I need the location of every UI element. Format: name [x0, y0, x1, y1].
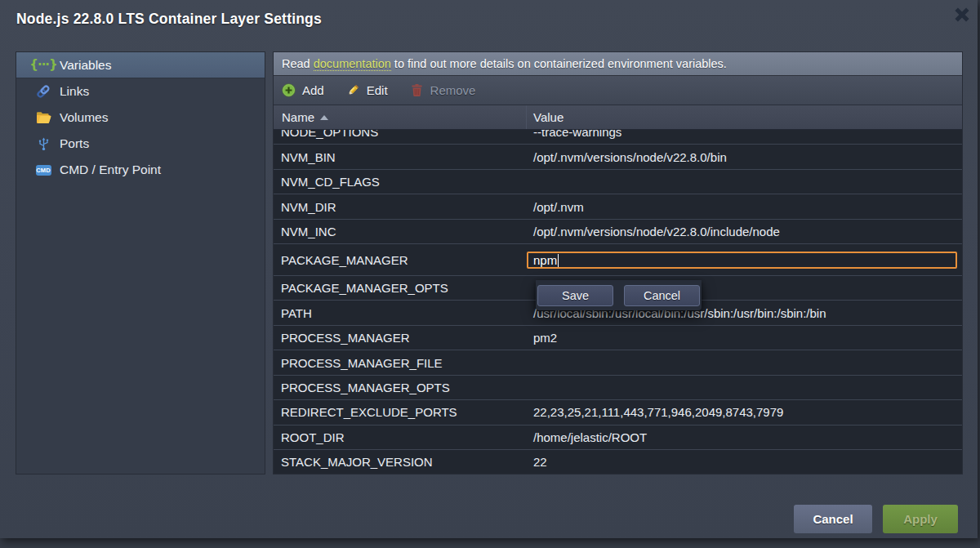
sidebar-item-volumes[interactable]: Volumes — [16, 105, 265, 131]
edit-button[interactable]: Edit — [346, 83, 388, 97]
row-name-cell: NVM_DIR — [274, 194, 527, 218]
toolbar-button-label: Add — [302, 83, 324, 97]
remove-button[interactable]: Remove — [410, 83, 476, 97]
sidebar-item-label: Links — [60, 84, 89, 99]
row-name-cell: NVM_CD_FLAGS — [274, 170, 527, 194]
sidebar-item-links[interactable]: Links — [16, 78, 265, 105]
sidebar-item-variables[interactable]: {···}Variables — [16, 52, 265, 78]
info-bar: Read documentation to find out more deta… — [274, 52, 962, 76]
variables-toolbar: AddEditRemove — [274, 76, 962, 105]
dialog-apply-button[interactable]: Apply — [883, 505, 958, 533]
table-row-nvm-cd-flags[interactable]: NVM_CD_FLAGS — [274, 170, 962, 194]
row-name-cell: REDIRECT_EXCLUDE_PORTS — [274, 400, 527, 424]
edit-icon — [346, 83, 360, 97]
row-value-cell: 22,23,25,21,111,443,771,946,2049,8743,79… — [527, 400, 962, 424]
row-name-cell: PROCESS_MANAGER_OPTS — [274, 376, 527, 399]
editor-popup: Save Cancel — [536, 280, 702, 310]
row-value-cell: /home/jelastic/ROOT — [527, 425, 962, 449]
cancel-edit-button[interactable]: Cancel — [624, 285, 700, 306]
column-header-value[interactable]: Value — [527, 105, 962, 129]
info-text-suffix: to find out more details on containerize… — [391, 57, 727, 70]
row-value-cell: /opt/.nvm/versions/node/v22.8.0/include/… — [527, 220, 962, 243]
sidebar-item-label: CMD / Entry Point — [60, 163, 161, 177]
table-row-package-manager[interactable]: PACKAGE_MANAGERnpm — [274, 244, 962, 276]
table-row-redirect-exclude-ports[interactable]: REDIRECT_EXCLUDE_PORTS22,23,25,21,111,44… — [274, 400, 962, 425]
usb-icon — [38, 137, 50, 151]
folder-icon — [36, 111, 51, 124]
row-name-cell: PATH — [274, 301, 527, 324]
table-row-nvm-bin[interactable]: NVM_BIN/opt/.nvm/versions/node/v22.8.0/b… — [274, 145, 962, 169]
variables-panel: Read documentation to find out more deta… — [273, 51, 963, 474]
table-header: NameValue — [274, 105, 962, 130]
row-value-cell — [527, 350, 962, 374]
row-value-cell: pm2 — [527, 326, 962, 350]
row-name-cell: NODE_OPTIONS — [274, 130, 527, 144]
sidebar-item-ports[interactable]: Ports — [16, 131, 265, 157]
remove-icon — [411, 83, 423, 97]
sort-ascending-icon — [320, 115, 328, 120]
row-value-cell: /opt/.nvm/versions/node/v22.8.0/bin — [527, 145, 962, 168]
row-name-cell: PROCESS_MANAGER — [274, 326, 527, 350]
toolbar-button-label: Remove — [430, 83, 476, 97]
column-header-label: Name — [282, 110, 314, 124]
table-row-process-manager-file[interactable]: PROCESS_MANAGER_FILE — [274, 350, 962, 375]
row-name-cell: PACKAGE_MANAGER — [274, 244, 527, 275]
sidebar-item-cmd-entry-point[interactable]: CMDCMD / Entry Point — [16, 157, 265, 183]
add-icon — [282, 83, 296, 97]
info-text-prefix: Read — [282, 57, 314, 70]
table-row-process-manager[interactable]: PROCESS_MANAGERpm2 — [274, 326, 962, 350]
row-name-cell: PACKAGE_MANAGER_OPTS — [274, 276, 527, 300]
column-header-label: Value — [533, 110, 564, 124]
row-name-cell: NVM_INC — [274, 220, 527, 243]
row-name-cell: NVM_BIN — [274, 145, 527, 168]
cmd-icon: CMD — [36, 165, 51, 176]
sidebar-item-label: Variables — [60, 58, 111, 73]
row-value-cell: /opt/.nvm — [527, 194, 962, 218]
row-value-cell: 22 — [527, 450, 962, 474]
link-icon — [36, 84, 51, 99]
value-edit-input[interactable]: npm — [527, 252, 957, 269]
row-name-cell: STACK_MAJOR_VERSION — [274, 450, 527, 474]
toolbar-button-label: Edit — [367, 83, 388, 97]
save-button[interactable]: Save — [537, 285, 613, 306]
table-row-nvm-dir[interactable]: NVM_DIR/opt/.nvm — [274, 194, 962, 219]
dialog-title: Node.js 22.8.0 LTS Container Layer Setti… — [16, 11, 322, 28]
sidebar-item-label: Ports — [60, 136, 89, 151]
variables-icon: {···} — [29, 57, 56, 72]
sidebar-item-label: Volumes — [60, 110, 108, 125]
table-row-process-manager-opts[interactable]: PROCESS_MANAGER_OPTS — [274, 376, 962, 400]
row-value-cell: --trace-warnings — [527, 130, 962, 144]
text-caret — [558, 254, 559, 267]
row-value-cell — [527, 170, 962, 194]
row-value-cell — [527, 376, 962, 399]
value-edit-text: npm — [533, 253, 557, 267]
add-button[interactable]: Add — [282, 83, 324, 97]
row-name-cell: PROCESS_MANAGER_FILE — [274, 350, 527, 374]
row-name-cell: ROOT_DIR — [274, 425, 527, 449]
table-row-stack-major-version[interactable]: STACK_MAJOR_VERSION22 — [274, 450, 962, 474]
close-icon[interactable] — [952, 5, 972, 25]
documentation-link[interactable]: documentation — [314, 57, 391, 71]
row-value-cell: npm — [527, 244, 962, 275]
settings-sidebar: {···}VariablesLinksVolumesPortsCMDCMD / … — [16, 51, 265, 474]
table-row-nvm-inc[interactable]: NVM_INC/opt/.nvm/versions/node/v22.8.0/i… — [274, 220, 962, 244]
column-header-name[interactable]: Name — [274, 105, 527, 129]
table-row-node-options[interactable]: NODE_OPTIONS--trace-warnings — [274, 130, 962, 145]
container-layer-settings-dialog: Node.js 22.8.0 LTS Container Layer Setti… — [0, 0, 978, 538]
dialog-cancel-button[interactable]: Cancel — [794, 505, 872, 533]
table-row-root-dir[interactable]: ROOT_DIR/home/jelastic/ROOT — [274, 425, 962, 450]
